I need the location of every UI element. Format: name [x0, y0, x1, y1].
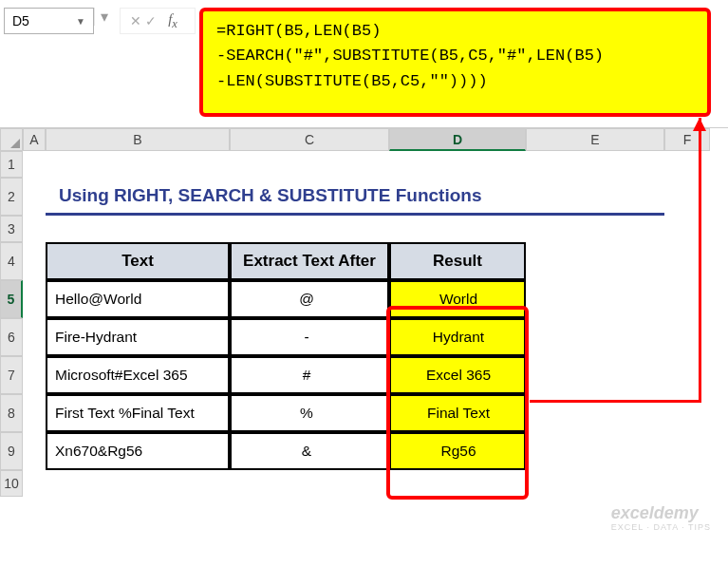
cell-F10[interactable]: [664, 470, 710, 497]
cell-A4[interactable]: [23, 242, 46, 280]
row-header-3[interactable]: 3: [0, 216, 23, 242]
chevron-down-icon[interactable]: ▼: [76, 16, 85, 27]
cancel-icon[interactable]: ✕: [130, 13, 141, 28]
cell-C7[interactable]: #: [230, 356, 389, 394]
expand-namebox-icon[interactable]: ▾: [94, 8, 114, 26]
row-header-2[interactable]: 2: [0, 178, 23, 216]
formula-line-1: =RIGHT(B5,LEN(B5): [216, 19, 694, 44]
cell-A8[interactable]: [23, 394, 46, 432]
spreadsheet-grid[interactable]: A B C D E F 1 2 Using RIGHT, SEARCH & SU…: [0, 128, 728, 497]
select-all-corner[interactable]: [0, 128, 23, 151]
cell-B3[interactable]: [46, 216, 230, 242]
cell-D8[interactable]: Final Text: [389, 394, 526, 432]
col-header-C[interactable]: C: [230, 128, 389, 151]
enter-icon[interactable]: ✓: [145, 13, 157, 28]
th-text: Text: [46, 242, 230, 280]
callout-arrow-vertical: [699, 118, 701, 403]
cell-E4[interactable]: [526, 242, 664, 280]
cell-B9[interactable]: Xn670&Rg56: [46, 432, 230, 470]
cell-C6[interactable]: -: [230, 318, 389, 356]
cell-D7[interactable]: Excel 365: [389, 356, 526, 394]
cell-B5[interactable]: Hello@World: [46, 280, 230, 318]
row-header-5[interactable]: 5: [0, 280, 23, 318]
col-header-F[interactable]: F: [664, 128, 710, 151]
cell-B10[interactable]: [46, 470, 230, 497]
cell-A10[interactable]: [23, 470, 46, 497]
cell-D5[interactable]: World: [389, 280, 526, 318]
cell-F6[interactable]: [664, 318, 710, 356]
cell-B8[interactable]: First Text %Final Text: [46, 394, 230, 432]
row-header-6[interactable]: 6: [0, 318, 23, 356]
th-result: Result: [389, 242, 526, 280]
cell-A7[interactable]: [23, 356, 46, 394]
cell-F3[interactable]: [664, 216, 710, 242]
cell-F2[interactable]: [664, 178, 710, 216]
watermark-subtitle: EXCEL · DATA · TIPS: [611, 523, 711, 533]
cell-C3[interactable]: [230, 216, 389, 242]
watermark: exceldemy EXCEL · DATA · TIPS: [611, 504, 711, 533]
cell-C8[interactable]: %: [230, 394, 389, 432]
cell-F1[interactable]: [664, 151, 710, 178]
row-header-8[interactable]: 8: [0, 394, 23, 432]
name-box-value: D5: [12, 13, 72, 28]
cell-D3[interactable]: [389, 216, 526, 242]
watermark-title: exceldemy: [611, 504, 711, 523]
cell-F5[interactable]: [664, 280, 710, 318]
cell-A6[interactable]: [23, 318, 46, 356]
cell-F9[interactable]: [664, 432, 710, 470]
cell-A3[interactable]: [23, 216, 46, 242]
row-header-4[interactable]: 4: [0, 242, 23, 280]
cell-A2[interactable]: [23, 178, 46, 216]
cell-F4[interactable]: [664, 242, 710, 280]
cell-B6[interactable]: Fire-Hydrant: [46, 318, 230, 356]
col-header-D[interactable]: D: [389, 128, 526, 151]
col-header-B[interactable]: B: [46, 128, 230, 151]
fx-icon[interactable]: fx: [160, 11, 185, 31]
cell-B7[interactable]: Microsoft#Excel 365: [46, 356, 230, 394]
name-box[interactable]: D5 ▼: [4, 8, 94, 34]
formula-controls: ✕ ✓ fx: [120, 8, 196, 34]
cell-A5[interactable]: [23, 280, 46, 318]
cell-A1[interactable]: [23, 151, 46, 178]
formula-line-2: -SEARCH("#",SUBSTITUTE(B5,C5,"#",LEN(B5): [216, 44, 694, 68]
col-header-E[interactable]: E: [526, 128, 664, 151]
row-header-10[interactable]: 10: [0, 470, 23, 497]
cell-C5[interactable]: @: [230, 280, 389, 318]
callout-arrow-head-icon: [693, 118, 706, 131]
cell-E6[interactable]: [526, 318, 664, 356]
col-header-A[interactable]: A: [23, 128, 46, 151]
page-title: Using RIGHT, SEARCH & SUBSTITUTE Functio…: [46, 178, 664, 216]
callout-arrow-horizontal: [530, 400, 700, 403]
cell-A9[interactable]: [23, 432, 46, 470]
cell-B1[interactable]: [46, 151, 230, 178]
cell-C10[interactable]: [230, 470, 389, 497]
cell-E10[interactable]: [526, 470, 664, 497]
formula-line-3: -LEN(SUBSTITUTE(B5,C5,"")))): [216, 69, 694, 94]
cell-D9[interactable]: Rg56: [389, 432, 526, 470]
cell-D10[interactable]: [389, 470, 526, 497]
formula-bar[interactable]: =RIGHT(B5,LEN(B5) -SEARCH("#",SUBSTITUTE…: [199, 8, 711, 117]
cell-E1[interactable]: [526, 151, 664, 178]
cell-E7[interactable]: [526, 356, 664, 394]
cell-C1[interactable]: [230, 151, 389, 178]
cell-C9[interactable]: &: [230, 432, 389, 470]
row-header-9[interactable]: 9: [0, 432, 23, 470]
cell-F7[interactable]: [664, 356, 710, 394]
th-extract: Extract Text After: [230, 242, 389, 280]
cell-D6[interactable]: Hydrant: [389, 318, 526, 356]
cell-D1[interactable]: [389, 151, 526, 178]
cell-E9[interactable]: [526, 432, 664, 470]
cell-E5[interactable]: [526, 280, 664, 318]
cell-E3[interactable]: [526, 216, 664, 242]
row-header-7[interactable]: 7: [0, 356, 23, 394]
row-header-1[interactable]: 1: [0, 151, 23, 178]
